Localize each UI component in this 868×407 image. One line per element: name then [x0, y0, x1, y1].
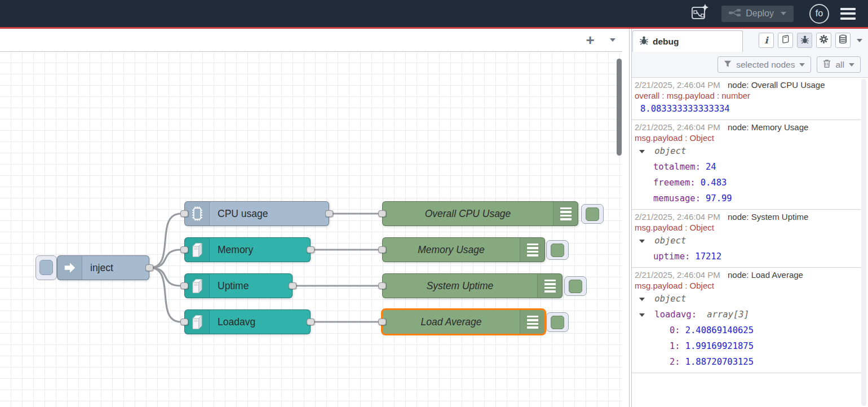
sidebar-tab-bar: debug i	[632, 29, 868, 52]
wire-layer	[0, 52, 622, 407]
message-property: msg.payload : Object	[635, 132, 858, 143]
funnel-icon	[724, 60, 732, 70]
collapse-caret-icon[interactable]	[639, 298, 645, 301]
array-index: 0	[670, 325, 680, 335]
object-label: object	[654, 236, 686, 246]
node-label: Overall CPU Usage	[383, 202, 553, 225]
message-property: overall : msg.payload : number	[635, 90, 858, 101]
node-label: Loadavg	[210, 310, 310, 334]
deploy-button[interactable]: Deploy	[721, 6, 794, 22]
flow-assistant-button[interactable]	[690, 3, 709, 24]
output-port[interactable]	[289, 282, 296, 289]
debug-message: 2/21/2025, 2:46:04 PM node: System Uptim…	[632, 210, 861, 268]
deploy-options-caret-icon[interactable]	[781, 12, 786, 15]
node-cpu-usage[interactable]: CPU usage	[184, 201, 329, 226]
output-port[interactable]	[307, 246, 315, 253]
message-timestamp: 2/21/2025, 2:46:04 PM	[635, 270, 720, 280]
payload-value: 24	[706, 162, 716, 172]
node-debug-memory-usage[interactable]: Memory Usage	[382, 237, 545, 262]
message-property: msg.payload : Object	[635, 280, 858, 291]
debug-message-list: 2/21/2025, 2:46:04 PM node: Overall CPU …	[632, 77, 868, 407]
debug-toggle-button[interactable]	[581, 204, 604, 224]
inject-arrow-icon	[57, 256, 82, 280]
database-icon	[838, 34, 848, 46]
debug-message: 2/21/2025, 2:46:04 PM node: Memory Usage…	[632, 120, 861, 210]
wire[interactable]	[150, 250, 181, 268]
node-label: Memory Usage	[383, 238, 520, 262]
menu-bar-icon	[840, 8, 856, 10]
debug-list-icon	[537, 274, 562, 298]
server-icon	[185, 238, 210, 262]
main-menu-button[interactable]	[840, 8, 856, 20]
output-port[interactable]	[325, 210, 333, 217]
input-port[interactable]	[378, 282, 386, 289]
help-tab-button[interactable]	[778, 33, 793, 48]
inject-trigger-inner	[39, 260, 53, 275]
debug-toggle-button[interactable]	[546, 240, 569, 260]
input-port[interactable]	[378, 246, 386, 253]
context-data-tab-button[interactable]	[835, 33, 851, 48]
message-timestamp: 2/21/2025, 2:46:04 PM	[635, 122, 720, 132]
debug-tab-button[interactable]	[797, 33, 812, 48]
array-index: 1	[670, 341, 680, 351]
add-flow-button[interactable]: +	[582, 32, 599, 48]
debug-toggle-button[interactable]	[546, 312, 569, 332]
gear-icon	[819, 34, 829, 46]
debug-toggle-button[interactable]	[564, 276, 587, 296]
user-avatar[interactable]: fo	[809, 4, 829, 24]
server-icon	[185, 310, 210, 334]
debug-list-icon	[553, 202, 578, 225]
output-port[interactable]	[307, 318, 315, 325]
output-port[interactable]	[145, 264, 153, 271]
payload-value: 17212	[695, 251, 721, 262]
info-tab-button[interactable]: i	[759, 33, 774, 48]
filter-caret-icon	[799, 63, 805, 67]
input-port[interactable]	[378, 210, 386, 217]
canvas-vertical-scrollbar[interactable]	[617, 59, 622, 156]
input-port[interactable]	[180, 282, 188, 289]
node-uptime[interactable]: Uptime	[184, 273, 293, 298]
payload-key: totalmem	[653, 162, 701, 172]
payload-value: 1.99169921875	[685, 341, 754, 351]
node-debug-system-uptime[interactable]: System Uptime	[382, 273, 563, 298]
object-label: object	[654, 294, 686, 304]
sidebar-options-caret-icon[interactable]	[857, 39, 862, 42]
wire[interactable]	[150, 268, 181, 286]
node-debug-overall-cpu-usage[interactable]: Overall CPU Usage	[382, 201, 578, 226]
sidebar-resize-handle[interactable]	[622, 29, 632, 407]
header-bar: Deploy fo	[0, 0, 868, 27]
input-port[interactable]	[180, 210, 188, 217]
messages-scrollbar-track[interactable]	[861, 79, 866, 406]
flow-canvas[interactable]: inject CPU usage	[0, 52, 622, 407]
node-label: inject	[82, 256, 149, 280]
input-port[interactable]	[180, 246, 188, 253]
config-tab-button[interactable]	[816, 33, 831, 48]
filter-nodes-dropdown[interactable]: selected nodes	[718, 56, 811, 73]
collapse-caret-icon[interactable]	[639, 313, 645, 317]
inject-trigger-button[interactable]	[36, 255, 57, 280]
node-label: System Uptime	[383, 274, 537, 298]
tab-debug[interactable]: debug	[632, 30, 743, 52]
clear-caret-icon	[849, 63, 854, 67]
flow-list-caret-icon[interactable]	[610, 38, 615, 42]
array-index: 2	[670, 357, 680, 367]
collapse-caret-icon[interactable]	[639, 150, 645, 153]
debug-message: 2/21/2025, 2:46:04 PM node: Overall CPU …	[632, 78, 861, 120]
cpu-chip-icon	[185, 202, 210, 225]
collapse-caret-icon[interactable]	[639, 240, 645, 243]
flow-sparkle-icon	[690, 3, 709, 24]
filter-nodes-label: selected nodes	[736, 60, 795, 70]
avatar-initials: fo	[816, 8, 823, 19]
bug-icon	[800, 35, 809, 46]
input-port[interactable]	[180, 318, 188, 325]
input-port[interactable]	[378, 318, 386, 325]
clear-messages-label: all	[835, 60, 844, 70]
node-loadavg[interactable]: Loadavg	[184, 309, 311, 334]
debug-toggle-inner	[551, 316, 564, 329]
clear-messages-dropdown[interactable]: all	[817, 56, 861, 73]
bug-icon	[639, 36, 649, 47]
payload-key: uptime	[653, 251, 690, 262]
node-debug-load-average[interactable]: Load Average	[382, 309, 545, 334]
node-memory[interactable]: Memory	[184, 237, 311, 262]
node-inject[interactable]: inject	[57, 255, 149, 280]
